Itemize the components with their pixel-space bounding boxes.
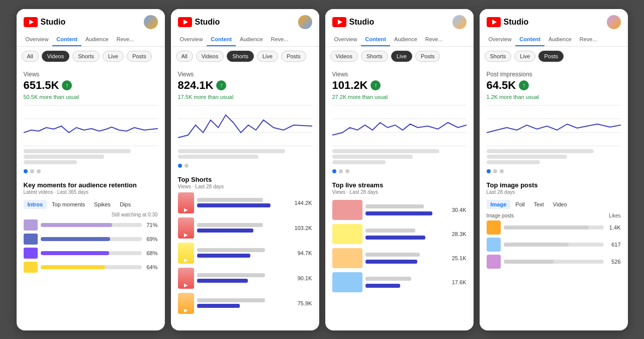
nav-overview-3[interactable]: Overview xyxy=(330,33,361,46)
section-title-1: Key moments for audience retention xyxy=(17,177,165,189)
filter-shorts-4[interactable]: Shorts xyxy=(485,51,512,62)
top-list-2: ▶ 144.2K ▶ 103.2K ▶ xyxy=(171,192,319,318)
top-row-2c: ▶ 94.7K xyxy=(178,243,312,264)
live-thumb-3d xyxy=(332,272,362,292)
filter-shorts-3[interactable]: Shorts xyxy=(361,51,388,62)
stat-value-4: 64.5K xyxy=(487,79,516,92)
nav-overview-2[interactable]: Overview xyxy=(176,33,207,46)
nav-content-3[interactable]: Content xyxy=(361,33,390,46)
filter-posts-1[interactable]: Posts xyxy=(127,51,152,62)
sub-tab-top-1[interactable]: Top moments xyxy=(48,200,89,209)
nav-audience-3[interactable]: Audience xyxy=(390,33,421,46)
sub-tab-dips-1[interactable]: Dips xyxy=(116,200,135,209)
live-title-bar-3a xyxy=(365,204,424,208)
filter-row-3: Videos Shorts Live Posts xyxy=(325,47,474,66)
filter-posts-3[interactable]: Posts xyxy=(415,51,440,62)
filter-live-2[interactable]: Live xyxy=(257,51,278,62)
studio-label-4: Studio xyxy=(504,18,529,27)
avatar-4 xyxy=(607,15,621,29)
stat-more-2: 17.5K more than usual xyxy=(171,94,319,103)
post-sub-poll-4[interactable]: Poll xyxy=(511,200,528,209)
live-bar-area-3b xyxy=(365,229,449,240)
card-header-4: Studio xyxy=(480,9,628,33)
stats-section-3: Views 101.2K ↑ xyxy=(325,66,474,94)
card-header-2: Studio xyxy=(171,9,319,33)
nav-revenue-1[interactable]: Reve... xyxy=(113,33,138,46)
live-title-bar-3c xyxy=(365,253,420,257)
top-bar-area-2d xyxy=(197,273,295,283)
filter-posts-4[interactable]: Posts xyxy=(538,51,564,62)
img-likes-label-4: Likes xyxy=(609,213,620,218)
logo-area-4: Studio xyxy=(487,17,529,27)
card-header-1: Studio xyxy=(17,9,165,33)
sub-tabs-1: Intros Top moments Spikes Dips xyxy=(17,198,165,212)
ret-header-1: Still watching at 0:30 xyxy=(24,212,158,219)
thumb-2b: ▶ xyxy=(178,217,194,239)
filter-all-1[interactable]: All xyxy=(22,51,39,62)
ret-row-1b: 69% xyxy=(24,234,158,245)
filter-posts-2[interactable]: Posts xyxy=(281,51,306,62)
live-title-bar-3b xyxy=(365,229,416,233)
live-num-3d: 17.6K xyxy=(452,279,467,285)
top-row-2a: ▶ 144.2K xyxy=(178,192,312,213)
nav-audience-1[interactable]: Audience xyxy=(81,33,113,46)
studio-label-3: Studio xyxy=(349,18,375,27)
filter-videos-2[interactable]: Videos xyxy=(196,51,224,62)
filter-live-4[interactable]: Live xyxy=(514,51,535,62)
thumb-2a: ▶ xyxy=(178,192,194,213)
legend-bar-3c xyxy=(332,160,386,164)
chart-svg-4 xyxy=(487,105,621,146)
dot-3b xyxy=(339,169,343,173)
ret-bar-1d xyxy=(41,265,142,269)
ret-pct-1d: 64% xyxy=(145,264,158,270)
nav-audience-4[interactable]: Audience xyxy=(544,33,576,46)
stat-label-3: Views xyxy=(332,71,467,78)
legend-bar-4a xyxy=(487,149,594,153)
dots-row-1 xyxy=(17,165,165,177)
nav-content-1[interactable]: Content xyxy=(52,33,81,46)
ret-color-1c xyxy=(24,248,38,259)
stat-value-row-4: 64.5K ↑ xyxy=(487,79,621,92)
sub-tab-intros-1[interactable]: Intros xyxy=(24,200,47,209)
nav-revenue-2[interactable]: Reve... xyxy=(267,33,293,46)
nav-overview-1[interactable]: Overview xyxy=(22,33,53,46)
section-sub-1: Latest videos · Last 365 days xyxy=(17,189,165,198)
filter-live-3[interactable]: Live xyxy=(391,51,412,62)
nav-revenue-3[interactable]: Reve... xyxy=(421,33,447,46)
filter-shorts-1[interactable]: Shorts xyxy=(72,51,100,62)
stat-more-3: 27.2K more than usual xyxy=(325,94,474,103)
img-num-4a: 1.4K xyxy=(607,224,621,231)
nav-audience-2[interactable]: Audience xyxy=(236,33,267,46)
filter-all-2[interactable]: All xyxy=(176,51,193,62)
youtube-logo-2 xyxy=(178,17,192,27)
live-value-bar-3d xyxy=(365,284,401,288)
thumb-2d: ▶ xyxy=(178,268,194,289)
play-icon-2b: ▶ xyxy=(184,232,188,238)
nav-tabs-2: Overview Content Audience Reve... xyxy=(171,33,319,47)
img-post-label-4: Image posts xyxy=(487,213,514,218)
stat-value-1: 651.5K xyxy=(24,79,59,92)
ret-pct-1a: 71% xyxy=(145,222,158,228)
stat-value-row-1: 651.5K ↑ xyxy=(24,79,158,92)
nav-content-4[interactable]: Content xyxy=(515,33,544,46)
filter-videos-3[interactable]: Videos xyxy=(330,51,358,62)
sub-tab-spikes-1[interactable]: Spikes xyxy=(90,200,115,209)
retention-items-1: Still watching at 0:30 71% 69% 68% 64% xyxy=(17,212,165,276)
ret-color-1b xyxy=(24,234,38,245)
post-sub-text-4[interactable]: Text xyxy=(530,200,548,209)
filter-videos-1[interactable]: Videos xyxy=(42,51,69,62)
post-sub-image-4[interactable]: Image xyxy=(487,200,511,209)
filter-live-1[interactable]: Live xyxy=(103,51,124,62)
stat-more-4: 1.2K more than usual xyxy=(480,94,628,103)
nav-overview-4[interactable]: Overview xyxy=(485,33,516,46)
live-num-3a: 30.4K xyxy=(452,207,467,213)
avatar-1 xyxy=(144,15,158,29)
filter-row-4: Shorts Live Posts xyxy=(480,47,628,66)
nav-content-2[interactable]: Content xyxy=(207,33,236,46)
nav-revenue-4[interactable]: Reve... xyxy=(576,33,601,46)
post-sub-video-4[interactable]: Video xyxy=(549,200,571,209)
dot-2b xyxy=(185,164,189,168)
filter-shorts-2[interactable]: Shorts xyxy=(227,51,254,62)
legend-bar-1b xyxy=(24,155,104,159)
top-num-2b: 103.2K xyxy=(295,225,312,231)
